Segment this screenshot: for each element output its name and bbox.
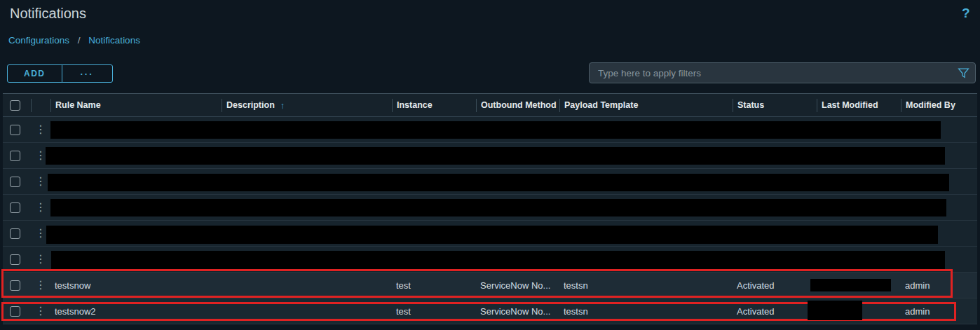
add-button[interactable]: ADD bbox=[7, 64, 62, 83]
table-row-testsnow[interactable]: ⋮ testsnow test ServiceNow No... testsn … bbox=[3, 273, 977, 298]
cell-status: Activated bbox=[733, 306, 817, 317]
column-header-description[interactable]: Description ↑ bbox=[222, 99, 392, 112]
table-row-redacted[interactable]: ⋮ bbox=[3, 117, 977, 143]
breadcrumb-separator: / bbox=[78, 35, 81, 46]
row-checkbox[interactable] bbox=[10, 254, 20, 265]
row-checkbox[interactable] bbox=[10, 202, 20, 213]
help-icon[interactable]: ? bbox=[962, 6, 970, 21]
column-header-rule-name[interactable]: Rule Name bbox=[50, 99, 222, 112]
cell-outbound-method: ServiceNow No... bbox=[476, 306, 559, 317]
cell-payload-template: testsn bbox=[559, 306, 733, 317]
redacted-row-content bbox=[50, 199, 946, 216]
kebab-menu-icon[interactable]: ⋮ bbox=[31, 254, 50, 265]
cell-modified-by: admin bbox=[901, 280, 977, 291]
cell-rule-name: testsnow2 bbox=[50, 306, 222, 317]
kebab-menu-icon[interactable]: ⋮ bbox=[31, 202, 50, 213]
redacted-last-modified bbox=[810, 279, 891, 291]
breadcrumb-link-configurations[interactable]: Configurations bbox=[8, 35, 69, 46]
cell-modified-by: admin bbox=[901, 306, 977, 317]
row-checkbox[interactable] bbox=[10, 306, 20, 317]
filter-box bbox=[589, 62, 976, 83]
column-header-status[interactable]: Status bbox=[733, 99, 817, 112]
toolbar-button-group: ADD ··· bbox=[7, 64, 113, 83]
kebab-column-header bbox=[31, 99, 50, 112]
more-actions-button[interactable]: ··· bbox=[62, 64, 113, 83]
filter-funnel-icon[interactable] bbox=[951, 63, 975, 83]
table-row-redacted[interactable]: ⋮ bbox=[3, 169, 977, 195]
page-title: Notifications bbox=[10, 6, 86, 22]
cell-instance: test bbox=[392, 306, 476, 317]
row-checkbox[interactable] bbox=[10, 177, 20, 187]
cell-instance: test bbox=[392, 280, 476, 291]
row-checkbox[interactable] bbox=[10, 125, 20, 135]
select-all-checkbox[interactable] bbox=[10, 100, 20, 111]
column-header-modified-by[interactable]: Modified By bbox=[901, 99, 977, 112]
kebab-menu-icon[interactable]: ⋮ bbox=[31, 124, 50, 135]
row-checkbox[interactable] bbox=[10, 280, 20, 291]
redacted-row-content bbox=[51, 251, 945, 269]
redacted-last-modified bbox=[808, 301, 862, 320]
column-header-instance[interactable]: Instance bbox=[392, 99, 476, 112]
row-checkbox[interactable] bbox=[10, 151, 20, 161]
filter-input[interactable] bbox=[590, 68, 951, 78]
breadcrumb: Configurations / Notifications bbox=[8, 35, 140, 46]
kebab-menu-icon[interactable]: ⋮ bbox=[31, 305, 50, 317]
redacted-row-content bbox=[48, 174, 949, 191]
column-header-outbound-method[interactable]: Outbound Method bbox=[476, 99, 559, 112]
column-header-last-modified[interactable]: Last Modified bbox=[817, 99, 901, 112]
redacted-row-content bbox=[46, 147, 945, 165]
cell-payload-template: testsn bbox=[559, 280, 733, 291]
kebab-menu-icon[interactable]: ⋮ bbox=[31, 280, 50, 291]
table-row-redacted[interactable]: ⋮ bbox=[3, 221, 977, 247]
sort-ascending-icon: ↑ bbox=[280, 100, 285, 111]
table-row-redacted[interactable]: ⋮ bbox=[3, 143, 977, 169]
redacted-row-content bbox=[50, 121, 941, 139]
column-header-label: Description bbox=[226, 100, 275, 110]
column-header-payload-template[interactable]: Payload Template bbox=[559, 99, 733, 112]
breadcrumb-link-notifications[interactable]: Notifications bbox=[88, 35, 140, 46]
row-checkbox[interactable] bbox=[10, 228, 20, 239]
notifications-table: Rule Name Description ↑ Instance Outboun… bbox=[3, 93, 977, 324]
table-header-row: Rule Name Description ↑ Instance Outboun… bbox=[3, 94, 977, 117]
cell-outbound-method: ServiceNow No... bbox=[476, 280, 559, 291]
cell-rule-name: testsnow bbox=[50, 280, 222, 291]
table-row-redacted[interactable]: ⋮ bbox=[3, 195, 977, 221]
table-row-redacted[interactable]: ⋮ bbox=[3, 247, 977, 273]
cell-status: Activated bbox=[733, 280, 817, 291]
table-row-testsnow2[interactable]: ⋮ testsnow2 test ServiceNow No... testsn… bbox=[3, 298, 977, 324]
redacted-row-content bbox=[46, 226, 938, 244]
